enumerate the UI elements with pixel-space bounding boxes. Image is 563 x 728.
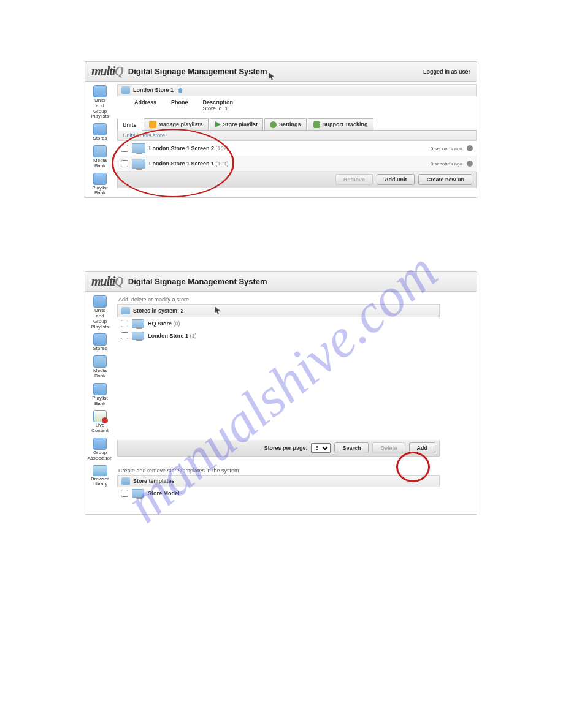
sidebar-item-playlist[interactable]: Playlist Bank: [85, 382, 115, 408]
sidebar-item-playlist[interactable]: Playlist Bank: [85, 172, 115, 198]
section-header: Units in this store: [117, 131, 477, 141]
tab-units[interactable]: Units: [117, 119, 142, 131]
tab-store-playlist[interactable]: Store playlist: [210, 118, 264, 130]
sidebar-item-label: Live Content: [91, 423, 109, 434]
playlist-icon: [93, 173, 107, 185]
unit-row: London Store 1 Screen 1 (101) 0 seconds …: [117, 156, 477, 172]
unit-checkbox[interactable]: [121, 160, 128, 167]
store-checkbox[interactable]: [121, 320, 128, 327]
track-icon: [313, 121, 320, 128]
template-row: Store Model: [117, 487, 440, 499]
description-label: Description: [203, 99, 234, 105]
panel-2: multiQ Digital Signage Management System…: [85, 271, 477, 515]
units-icon: [93, 85, 107, 97]
store-icon: [121, 86, 130, 94]
sidebar-item-label: Browser Library: [91, 477, 109, 488]
store-checkbox[interactable]: [121, 332, 128, 339]
storeid-value: 1: [225, 105, 228, 112]
stores-icon: [93, 333, 107, 346]
stores-per-page-label: Stores per page:: [264, 445, 307, 451]
panel-1: multiQ Digital Signage Management System…: [85, 61, 477, 198]
tab-settings[interactable]: Settings: [264, 118, 307, 130]
sidebar: Units and Group Playlists Stores Media B…: [85, 292, 115, 514]
login-status: Logged in as user: [423, 69, 470, 75]
stores-per-page-select[interactable]: 5: [311, 443, 331, 453]
delete-button[interactable]: Delete: [372, 442, 405, 453]
tab-label: Store playlist: [223, 121, 258, 127]
unit-checkbox[interactable]: [121, 145, 128, 152]
storeid-label: Store id: [203, 105, 222, 112]
store-icon: [132, 332, 144, 340]
store-row: HQ Store (0): [117, 317, 440, 330]
media-icon: [93, 145, 107, 157]
breadcrumb-text: London Store 1: [133, 87, 174, 93]
unit-time: 0 seconds ago.: [431, 161, 473, 167]
templates-header-icon: [121, 477, 130, 485]
cursor-icon: [215, 306, 221, 315]
app-title: Digital Signage Management System: [128, 67, 267, 76]
template-checkbox[interactable]: [121, 490, 128, 497]
sidebar-item-units[interactable]: Units and Group Playlists: [85, 84, 115, 121]
sidebar-item-label: Stores: [93, 346, 107, 352]
create-new-unit-button[interactable]: Create new un: [418, 174, 472, 185]
home-icon[interactable]: [177, 87, 183, 93]
sidebar-item-label: Media Bank: [93, 368, 107, 379]
unit-name[interactable]: London Store 1 Screen 2 (102): [149, 145, 229, 151]
sidebar-item-stores[interactable]: Stores: [85, 122, 115, 143]
sidebar-item-label: Stores: [93, 136, 107, 142]
store-row: London Store 1 (1): [117, 330, 440, 342]
status-dot: [467, 161, 473, 167]
manage-icon: [149, 121, 156, 128]
group-icon: [93, 438, 107, 450]
address-label: Address: [134, 99, 156, 105]
stores-header-icon: [121, 307, 130, 314]
info-row: Address Phone Description Store id 1: [117, 96, 477, 115]
header: multiQ Digital Signage Management System: [85, 272, 477, 292]
remove-button[interactable]: Remove: [335, 174, 373, 185]
phone-label: Phone: [171, 99, 188, 105]
sidebar-item-media[interactable]: Media Bank: [85, 354, 115, 381]
tab-support-tracking[interactable]: Support Tracking: [308, 118, 373, 130]
sidebar-item-label: Units and Group Playlists: [91, 308, 109, 330]
status-dot: [467, 145, 473, 151]
sidebar-item-units[interactable]: Units and Group Playlists: [85, 294, 115, 331]
tab-manage-playlists[interactable]: Manage playlists: [144, 118, 209, 130]
sidebar-item-stores[interactable]: Stores: [85, 332, 115, 353]
unit-name[interactable]: London Store 1 Screen 1 (101): [149, 161, 229, 167]
tab-label: Manage playlists: [159, 121, 203, 127]
live-icon: [93, 410, 107, 422]
sidebar-item-browser[interactable]: Browser Library: [85, 464, 115, 489]
content: Add, delete or modify a store Stores in …: [115, 292, 477, 514]
logo: multiQ: [91, 275, 123, 289]
tab-label: Support Tracking: [323, 121, 368, 127]
sidebar-item-label: Units and Group Playlists: [91, 98, 109, 119]
content: London Store 1 Address Phone Description…: [115, 82, 477, 197]
stores-header-text: Stores in system: 2: [133, 308, 184, 314]
action-row: Remove Add unit Create new un: [117, 172, 477, 188]
sidebar-item-group-assoc[interactable]: Group Association: [85, 436, 115, 463]
store-name[interactable]: HQ Store (0): [148, 320, 180, 327]
description-line-2: Create and remove store templates in the…: [117, 465, 440, 475]
monitor-icon: [132, 143, 145, 153]
unit-row: London Store 1 Screen 2 (102) 0 seconds …: [117, 141, 477, 156]
template-icon: [132, 489, 144, 498]
store-icon: [132, 319, 144, 328]
sidebar-item-label: Media Bank: [93, 158, 107, 169]
search-button[interactable]: Search: [334, 442, 369, 453]
sidebar-item-media[interactable]: Media Bank: [85, 144, 115, 170]
monitor-icon: [132, 159, 145, 169]
templates-header: Store templates: [117, 475, 440, 487]
store-name[interactable]: London Store 1 (1): [148, 333, 197, 339]
sidebar: Units and Group Playlists Stores Media B…: [85, 82, 115, 197]
cursor-icon: [269, 72, 275, 81]
add-unit-button[interactable]: Add unit: [377, 174, 415, 185]
description-line: Add, delete or modify a store: [117, 294, 440, 304]
units-icon: [93, 295, 107, 308]
play-icon: [215, 121, 221, 127]
tab-label: Units: [123, 122, 137, 128]
template-name[interactable]: Store Model: [148, 490, 180, 496]
sidebar-item-live[interactable]: Live Content: [85, 409, 115, 435]
unit-time: 0 seconds ago.: [431, 145, 473, 151]
stores-header: Stores in system: 2: [117, 304, 440, 317]
add-button[interactable]: Add: [409, 442, 436, 453]
